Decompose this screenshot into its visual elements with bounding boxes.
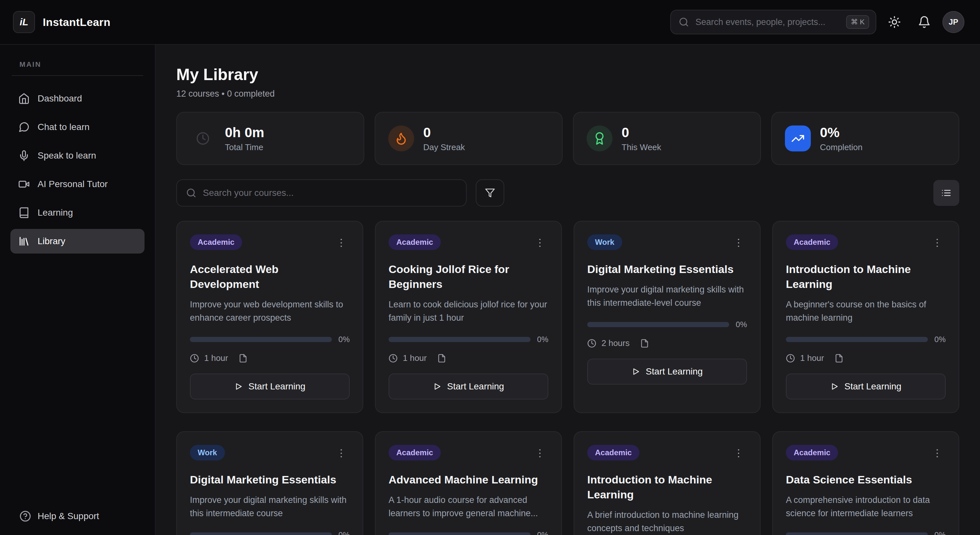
stat-value: 0h 0m (225, 125, 264, 140)
course-toolbar (176, 179, 959, 207)
more-options-button[interactable] (730, 445, 747, 462)
global-search[interactable]: ⌘ K (670, 10, 876, 34)
course-card-header: Academic (587, 445, 747, 462)
progress-row: 0% (388, 530, 548, 535)
category-badge: Work (190, 445, 225, 460)
more-options-button[interactable] (531, 234, 548, 251)
course-description: Improve your web development skills to e… (190, 298, 350, 325)
course-card-header: Work (587, 234, 747, 251)
kebab-icon (336, 447, 347, 459)
start-learning-button[interactable]: Start Learning (190, 374, 350, 400)
clock-icon (786, 354, 795, 363)
stat-value: 0 (423, 125, 465, 140)
top-bar: iL InstantLearn ⌘ K JP (0, 0, 980, 45)
course-search[interactable] (176, 179, 467, 207)
notifications-button[interactable] (913, 10, 936, 34)
more-options-button[interactable] (531, 445, 548, 462)
document-icon (640, 339, 649, 348)
avatar-initials: JP (948, 18, 958, 27)
logo-text: iL (20, 16, 29, 27)
start-learning-label: Start Learning (447, 381, 504, 392)
course-description: Improve your digital marketing skills wi… (190, 494, 350, 520)
course-card: Work Digital Marketing Essentials Improv… (574, 221, 760, 413)
stat-text: 0h 0m Total Time (225, 125, 264, 152)
course-card-header: Academic (786, 445, 946, 462)
stat-icon (388, 126, 414, 151)
more-options-button[interactable] (929, 445, 946, 462)
sidebar-item[interactable]: Speak to learn (10, 143, 145, 168)
course-card-header: Academic (190, 234, 350, 251)
stat-value: 0 (622, 125, 661, 140)
course-description: A beginner's course on the basics of mac… (786, 298, 946, 325)
more-options-button[interactable] (333, 234, 350, 251)
kebab-icon (733, 447, 745, 459)
sidebar-item[interactable]: Chat to learn (10, 115, 145, 139)
course-title: Data Science Essentials (786, 472, 946, 487)
course-meta: 1 hour (190, 353, 350, 363)
topbar-actions: ⌘ K JP (670, 10, 964, 34)
more-options-button[interactable] (333, 445, 350, 462)
kebab-icon (534, 237, 546, 249)
course-duration: 1 hour (800, 353, 824, 363)
bell-icon (918, 16, 931, 29)
document-icon (239, 354, 248, 363)
sidebar-item-icon (18, 93, 30, 104)
user-avatar[interactable]: JP (942, 11, 964, 33)
start-learning-label: Start Learning (646, 366, 703, 377)
stat-card: 0h 0m Total Time (176, 112, 364, 165)
progress-row: 0% (587, 320, 747, 329)
progress-row: 0% (786, 530, 946, 535)
sidebar-item-icon (18, 150, 30, 161)
course-card-header: Work (190, 445, 350, 462)
sidebar-item[interactable]: Library (10, 229, 145, 253)
progress-percent: 0% (934, 335, 946, 344)
progress-percent: 0% (537, 530, 548, 535)
theme-toggle-button[interactable] (883, 10, 906, 34)
filter-button[interactable] (476, 179, 504, 207)
course-description: Improve your digital marketing skills wi… (587, 283, 747, 310)
start-learning-button[interactable]: Start Learning (388, 374, 548, 400)
sidebar-item[interactable]: Learning (10, 201, 145, 225)
start-learning-button[interactable]: Start Learning (786, 374, 946, 400)
course-description: A comprehensive introduction to data sci… (786, 494, 946, 520)
course-title: Digital Marketing Essentials (190, 472, 350, 487)
progress-bar (388, 532, 530, 535)
course-description: A 1-hour audio course for advanced learn… (388, 494, 548, 520)
sidebar-item[interactable]: AI Personal Tutor (10, 172, 145, 196)
course-search-input[interactable] (203, 188, 457, 198)
clock-icon (388, 354, 398, 363)
more-options-button[interactable] (929, 234, 946, 251)
stat-text: 0 Day Streak (423, 125, 465, 152)
sidebar-item[interactable]: Dashboard (10, 86, 145, 111)
document-icon (437, 354, 446, 363)
stat-card: 0 Day Streak (375, 112, 563, 165)
sidebar-item-label: Library (38, 236, 65, 247)
start-learning-button[interactable]: Start Learning (587, 358, 747, 385)
kebab-icon (336, 237, 347, 249)
progress-bar (786, 337, 928, 342)
progress-percent: 0% (338, 530, 350, 535)
progress-percent: 0% (934, 530, 946, 535)
course-card: Academic Accelerated Web Development Imp… (176, 221, 363, 413)
sidebar-section: MAIN (12, 60, 143, 76)
brand[interactable]: iL InstantLearn (13, 11, 110, 33)
help-label: Help & Support (38, 511, 99, 521)
course-card-header: Academic (388, 445, 548, 462)
stat-label: Completion (820, 142, 863, 152)
progress-bar (786, 532, 928, 535)
play-icon (632, 367, 640, 376)
course-meta: 2 hours (587, 338, 747, 348)
stat-card: 0 This Week (573, 112, 761, 165)
help-support-link[interactable]: Help & Support (12, 510, 143, 522)
global-search-input[interactable] (695, 17, 840, 27)
course-card: Academic Data Science Essentials A compr… (772, 431, 959, 535)
play-icon (830, 382, 839, 391)
main-content: My Library 12 courses • 0 completed 0h 0… (156, 45, 980, 535)
kebab-icon (733, 237, 745, 249)
search-icon (679, 17, 689, 27)
course-title: Introduction to Machine Learning (786, 262, 946, 291)
sidebar-item-icon (18, 236, 30, 247)
more-options-button[interactable] (730, 234, 747, 251)
category-badge: Academic (786, 445, 838, 460)
list-view-button[interactable] (933, 180, 959, 206)
